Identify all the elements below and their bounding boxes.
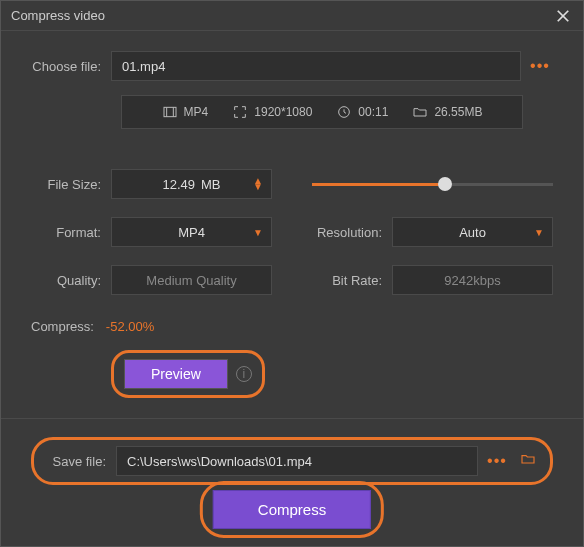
- open-folder-button[interactable]: [518, 451, 538, 471]
- resolution-value: Auto: [459, 225, 486, 240]
- meta-filesize-value: 26.55MB: [434, 105, 482, 119]
- choose-file-label: Choose file:: [31, 59, 111, 74]
- file-meta-strip: MP4 1920*1080 00:11 26.55MB: [121, 95, 523, 129]
- folder-open-icon: [518, 451, 538, 467]
- bitrate-display: 9242kbps: [392, 265, 553, 295]
- save-file-highlight: Save file: •••: [31, 437, 553, 485]
- ellipsis-icon: •••: [530, 57, 550, 74]
- format-label: Format:: [31, 225, 111, 240]
- save-file-browse-button[interactable]: •••: [484, 452, 510, 470]
- meta-duration-value: 00:11: [358, 105, 388, 119]
- compress-highlight: Compress: [200, 481, 384, 538]
- quality-value: Medium Quality: [146, 273, 236, 288]
- meta-resolution-value: 1920*1080: [254, 105, 312, 119]
- slider-thumb[interactable]: [438, 177, 452, 191]
- svg-rect-2: [164, 107, 176, 116]
- resolution-label: Resolution:: [312, 225, 392, 240]
- compress-ratio-line: Compress: -52.00%: [31, 319, 553, 334]
- resolution-select[interactable]: Auto ▼: [392, 217, 553, 247]
- filesize-stepper[interactable]: 12.49 MB ▲▼: [111, 169, 272, 199]
- window-title: Compress video: [11, 8, 105, 23]
- filesize-unit: MB: [201, 177, 221, 192]
- format-select[interactable]: MP4 ▼: [111, 217, 272, 247]
- quality-label: Quality:: [31, 273, 111, 288]
- clock-icon: [336, 104, 352, 120]
- choose-file-browse-button[interactable]: •••: [527, 57, 553, 75]
- expand-icon: [232, 104, 248, 120]
- filesize-label: File Size:: [31, 177, 111, 192]
- save-file-input[interactable]: [116, 446, 478, 476]
- meta-duration: 00:11: [336, 104, 388, 120]
- meta-format: MP4: [162, 104, 209, 120]
- ellipsis-icon: •••: [487, 452, 507, 469]
- section-divider: [1, 418, 583, 419]
- compress-video-window: Compress video Choose file: ••• MP4 1920…: [0, 0, 584, 547]
- compress-button[interactable]: Compress: [213, 490, 371, 529]
- spinner-icon: ▲▼: [253, 178, 263, 190]
- titlebar: Compress video: [1, 1, 583, 31]
- meta-format-value: MP4: [184, 105, 209, 119]
- bitrate-label: Bit Rate:: [312, 273, 392, 288]
- settings-left-column: File Size: 12.49 MB ▲▼ Format: MP4 ▼ Qua: [31, 169, 272, 313]
- quality-display: Medium Quality: [111, 265, 272, 295]
- format-value: MP4: [178, 225, 205, 240]
- save-file-label: Save file:: [46, 454, 116, 469]
- meta-filesize: 26.55MB: [412, 104, 482, 120]
- filesize-value: 12.49: [162, 177, 195, 192]
- compress-ratio-label: Compress:: [31, 319, 94, 334]
- info-icon[interactable]: i: [236, 366, 252, 382]
- filesize-slider[interactable]: [312, 169, 553, 199]
- chevron-down-icon: ▼: [253, 227, 263, 238]
- close-icon: [556, 9, 570, 23]
- bitrate-value: 9242kbps: [444, 273, 500, 288]
- preview-highlight: Preview i: [111, 350, 265, 398]
- settings-right-column: Resolution: Auto ▼ Bit Rate: 9242kbps: [312, 169, 553, 313]
- preview-button[interactable]: Preview: [124, 359, 228, 389]
- film-icon: [162, 104, 178, 120]
- folder-icon: [412, 104, 428, 120]
- chevron-down-icon: ▼: [534, 227, 544, 238]
- compress-ratio-value: -52.00%: [106, 319, 154, 334]
- choose-file-input[interactable]: [111, 51, 521, 81]
- close-button[interactable]: [553, 6, 573, 26]
- meta-resolution: 1920*1080: [232, 104, 312, 120]
